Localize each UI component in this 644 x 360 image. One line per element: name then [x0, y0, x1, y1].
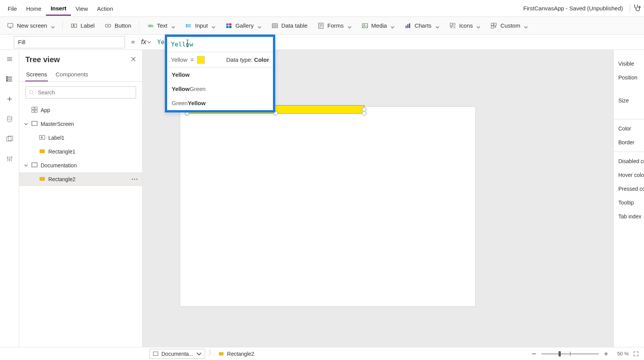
tree-node-screen[interactable]: Documentation [19, 159, 142, 172]
svg-rect-44 [32, 163, 37, 167]
chevron-down-icon [348, 24, 352, 28]
zoom-value: 50 % [613, 351, 629, 357]
breadcrumb-separator-icon [208, 349, 212, 358]
zoom-slider[interactable] [541, 353, 599, 355]
charts-label: Charts [414, 22, 431, 29]
insert-input-button[interactable]: Input [181, 20, 219, 31]
label-icon [39, 134, 45, 142]
new-screen-button[interactable]: New screen [3, 20, 59, 31]
tab-components[interactable]: Components [55, 68, 89, 81]
svg-rect-39 [32, 110, 34, 112]
svg-rect-38 [35, 107, 37, 109]
fit-to-window-button[interactable] [632, 350, 640, 358]
svg-rect-11 [226, 23, 228, 25]
tree-node-control-selected[interactable]: Rectangle2 [19, 172, 142, 186]
insert-icons-button[interactable]: Icons [445, 20, 485, 31]
zoom-slider-thumb[interactable] [559, 351, 561, 357]
insert-custom-button[interactable]: Custom [486, 20, 532, 31]
tree-view-panel: Tree view Screens Components App [19, 50, 143, 347]
chevron-down-icon [391, 24, 394, 28]
rail-hamburger-icon[interactable] [4, 54, 15, 64]
color-swatch [197, 56, 205, 64]
insert-data-table-button[interactable]: Data table [268, 20, 311, 31]
resize-handle[interactable] [362, 111, 366, 116]
tree-node-screen[interactable]: MasterScreen [19, 117, 142, 131]
tree-node-control[interactable]: Rectangle1 [19, 145, 142, 159]
insert-text-button[interactable]: Abc Text [143, 20, 179, 31]
rail-advanced-icon[interactable] [4, 154, 15, 164]
insert-media-button[interactable]: Media [358, 20, 399, 31]
equals-sign: = [191, 56, 194, 63]
tab-screens[interactable]: Screens [25, 68, 48, 81]
breadcrumb-selection[interactable]: Rectangle2 [215, 349, 258, 359]
autocomplete-input[interactable] [171, 37, 269, 52]
close-icon[interactable] [131, 56, 136, 63]
insert-gallery-button[interactable]: Gallery [222, 20, 265, 31]
autocomplete-item[interactable]: YellowGreen [167, 82, 273, 96]
tree-node-control[interactable]: Label1 [19, 131, 142, 145]
prop-disabled-color[interactable]: Disabled color [618, 154, 644, 168]
svg-rect-40 [35, 110, 37, 112]
screen-icon [153, 351, 158, 357]
svg-point-48 [136, 179, 138, 180]
menu-home[interactable]: Home [21, 2, 46, 15]
insert-charts-button[interactable]: Charts [401, 20, 443, 31]
data-table-label: Data table [281, 22, 307, 29]
chevron-down-icon[interactable] [24, 122, 28, 126]
svg-point-34 [9, 159, 10, 160]
prop-position[interactable]: Position [618, 71, 644, 84]
svg-rect-15 [272, 23, 278, 28]
search-input[interactable] [25, 86, 136, 99]
rail-tree-view-icon[interactable] [4, 74, 15, 84]
prop-pressed-color[interactable]: Pressed color [618, 182, 644, 196]
more-icon[interactable] [131, 178, 138, 180]
label-label: Label [80, 22, 95, 29]
properties-panel: Visible Position Size Color Border Disab… [613, 50, 644, 347]
svg-point-10 [186, 26, 187, 27]
menu-action[interactable]: Action [92, 2, 118, 15]
svg-rect-29 [6, 80, 7, 81]
insert-button-button[interactable]: Button [101, 20, 135, 31]
chevron-down-icon [196, 351, 202, 357]
search-field[interactable] [38, 89, 133, 96]
fx-label[interactable]: fx [141, 38, 151, 46]
autocomplete-item[interactable]: Yellow [167, 68, 273, 82]
svg-rect-41 [32, 121, 37, 126]
menu-view[interactable]: View [71, 2, 92, 15]
svg-point-8 [186, 24, 187, 25]
data-type-value: Color [254, 56, 269, 63]
svg-rect-24 [491, 23, 494, 25]
prop-tooltip[interactable]: Tooltip [618, 196, 644, 210]
prop-border[interactable]: Border [618, 135, 644, 149]
prop-color[interactable]: Color [618, 122, 644, 135]
rail-data-icon[interactable] [4, 114, 15, 124]
prop-visible[interactable]: Visible [618, 57, 644, 71]
chevron-down-icon[interactable] [24, 163, 28, 167]
insert-label-button[interactable]: Label [67, 20, 99, 31]
menu-insert[interactable]: Insert [46, 1, 71, 16]
tree-label: App [41, 107, 138, 113]
rail-media-icon[interactable] [4, 134, 15, 144]
search-icon [29, 89, 35, 96]
rail-add-icon[interactable] [4, 94, 15, 104]
text-icon: Abc [147, 22, 154, 29]
app-checker-icon[interactable] [632, 3, 641, 13]
svg-rect-14 [229, 26, 232, 28]
tree-node-app[interactable]: App [19, 103, 142, 117]
canvas-screen[interactable] [180, 107, 475, 306]
forms-icon [317, 22, 324, 29]
zoom-in-button[interactable] [602, 350, 610, 358]
prop-tab-index[interactable]: Tab index [618, 210, 644, 223]
custom-icon [490, 22, 497, 29]
tree-label: Label1 [48, 135, 138, 141]
property-select[interactable]: Fill [14, 36, 125, 48]
menu-file[interactable]: File [3, 2, 21, 15]
breadcrumb-screen[interactable]: Documenta... [150, 349, 205, 359]
prop-size[interactable]: Size [618, 94, 644, 107]
prop-hover-color[interactable]: Hover color [618, 168, 644, 182]
svg-rect-49 [153, 352, 158, 355]
zoom-out-button[interactable] [530, 350, 538, 358]
custom-label: Custom [500, 22, 520, 29]
insert-forms-button[interactable]: Forms [314, 20, 355, 31]
autocomplete-item[interactable]: GreenYellow [167, 96, 273, 110]
